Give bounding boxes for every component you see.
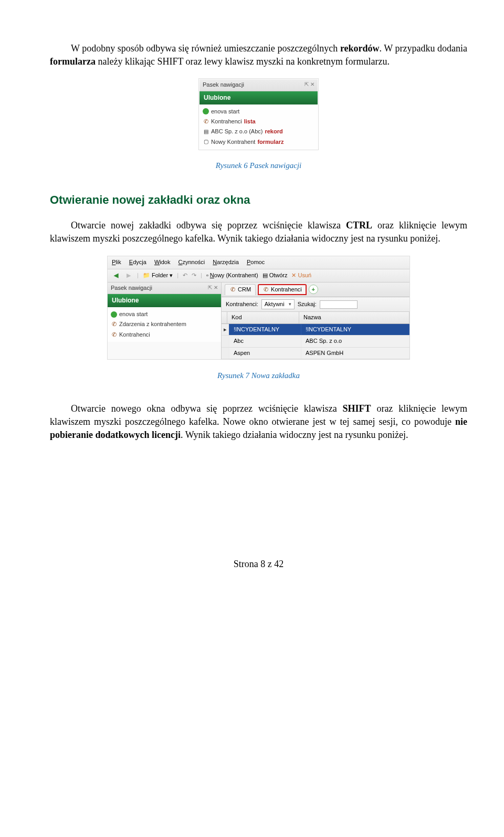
page-footer: Strona 8 z 42 <box>50 558 467 571</box>
nav-item[interactable]: ✆ Zdarzenia z kontrahentem <box>111 319 218 329</box>
nav-item-label: enova start <box>119 310 148 318</box>
cell-nazwa: ASPEN GmbH <box>301 348 410 359</box>
left-favorites-header: Ulubione <box>108 294 221 307</box>
figure-2-caption: Rysunek 7 Nowa zakładka <box>50 370 467 381</box>
paragraph-intro: W podobny sposób odbywa się również umie… <box>50 42 467 68</box>
nav-item[interactable]: ▢ Nowy Kontrahent formularz <box>203 137 314 147</box>
menu-narzedzia[interactable]: Narzędzia <box>213 259 239 265</box>
phone-icon: ✆ <box>111 331 117 339</box>
add-tab-icon[interactable]: + <box>309 285 318 294</box>
tab-bar: ✆ CRM ✆ Kontrahenci + <box>222 283 410 297</box>
cell-kod: Abc <box>229 336 301 347</box>
forward-icon[interactable]: ▶ <box>124 271 133 280</box>
menu-edycja[interactable]: Edycja <box>129 259 146 265</box>
p3a: Otwarcie nowego okna odbywa się poprzez … <box>71 403 343 414</box>
menu-pomoc[interactable]: Pomoc <box>247 259 265 265</box>
figure-1-caption: Rysunek 6 Pasek nawigacji <box>50 160 467 171</box>
open-button[interactable]: ▤ Otwórz <box>262 271 288 279</box>
nav-item[interactable]: ▤ ABC Sp. z o.o (Abc) rekord <box>203 127 314 137</box>
nav-favorites-list: enova start ✆ Kontrahenci lista ▤ ABC Sp… <box>200 104 318 150</box>
search-input[interactable] <box>320 300 358 309</box>
menu-czynnosci[interactable]: Czynności <box>178 259 205 265</box>
row-indicator-icon: ▸ <box>222 324 229 335</box>
col-kod[interactable]: Kod <box>227 312 299 323</box>
left-nav-titlebar: Pasek nawigacji ⇱ ✕ <box>108 283 221 294</box>
pin-icon[interactable]: ⇱ ✕ <box>208 284 218 292</box>
nav-item-suffix: rekord <box>265 128 282 135</box>
tab-crm[interactable]: ✆ CRM <box>225 284 256 295</box>
figure-2-wrap: Plik Edycja Widok Czynności Narzędzia Po… <box>50 256 467 360</box>
nav-item-label: ABC Sp. z o.o (Abc) <box>211 128 262 135</box>
p1c: . W przypadku dodania <box>380 43 467 54</box>
nav-item-label: enova start <box>211 108 239 116</box>
left-nav-title: Pasek nawigacji <box>111 284 152 292</box>
filter-label: Kontrahenci: <box>226 300 258 308</box>
nav-item[interactable]: ✆ Kontrahenci <box>111 330 218 340</box>
row-indicator-icon: ▸ <box>222 336 229 347</box>
nav-item[interactable]: ✆ Kontrahenci lista <box>203 117 314 127</box>
tab-kontrahenci[interactable]: ✆ Kontrahenci <box>258 284 307 295</box>
cell-kod: Aspen <box>229 348 301 359</box>
nav-item-label: Kontrahenci <box>211 118 242 125</box>
p1a: W podobny sposób odbywa się również umie… <box>71 43 340 54</box>
table-row[interactable]: ▸ Aspen ASPEN GmbH <box>222 348 410 359</box>
p1d: formularza <box>50 56 96 67</box>
nav-item-label: Zdarzenia z kontrahentem <box>119 320 186 328</box>
nav-item[interactable]: enova start <box>111 309 218 319</box>
table-row[interactable]: ▸ Abc ABC Sp. z o.o <box>222 336 410 347</box>
table-row[interactable]: ▸ !INCYDENTALNY !INCYDENTALNY <box>222 324 410 336</box>
menu-plik[interactable]: Plik <box>112 259 121 265</box>
cell-nazwa: ABC Sp. z o.o <box>301 336 410 347</box>
nav-panel: Pasek nawigacji ⇱ ✕ Ulubione enova start… <box>199 79 318 150</box>
cell-nazwa: !INCYDENTALNY <box>301 324 410 335</box>
p2b: CTRL <box>346 220 372 231</box>
app-window: Plik Edycja Widok Czynności Narzędzia Po… <box>107 256 410 360</box>
table-header: Kod Nazwa <box>222 312 410 323</box>
filter-dropdown[interactable]: Aktywni <box>261 299 295 309</box>
pin-icon[interactable]: ⇱ ✕ <box>304 81 314 89</box>
phone-icon: ✆ <box>203 118 209 125</box>
back-icon[interactable]: ◀ <box>112 271 120 280</box>
toolbar: ◀ ▶ | 📁 Folder ▾ | ↶ ↷ | ▫ Nowy (Kontrah… <box>108 269 410 283</box>
nav-panel-title: Pasek nawigacji <box>203 81 244 89</box>
undo-icon[interactable]: ↶ <box>183 271 187 279</box>
col-nazwa[interactable]: Nazwa <box>299 312 410 323</box>
nav-favorites-header: Ulubione <box>200 91 318 104</box>
section-heading: Otwieranie nowej zakładki oraz okna <box>50 192 467 208</box>
nav-item-suffix: formularz <box>257 138 284 146</box>
nav-item-label: Nowy Kontrahent <box>211 138 255 146</box>
new-button[interactable]: ▫ Nowy (Kontrahent) <box>206 271 258 279</box>
p3b: SHIFT <box>343 403 371 414</box>
redo-icon[interactable]: ↷ <box>192 271 196 279</box>
doc-icon: ▤ <box>203 128 209 135</box>
phone-icon: ✆ <box>229 286 236 294</box>
enova-icon <box>203 108 209 114</box>
menu-bar: Plik Edycja Widok Czynności Narzędzia Po… <box>108 256 410 269</box>
folder-button[interactable]: 📁 Folder ▾ <box>143 271 173 279</box>
p3e: . Wynik takiego działania widoczny jest … <box>181 430 408 440</box>
enova-icon <box>111 311 117 318</box>
p1e: należy klikając SHIFT oraz lewy klawisz … <box>96 56 390 67</box>
nav-item-label: Kontrahenci <box>119 331 150 339</box>
p1b: rekordów <box>340 43 380 54</box>
p2a: Otwarcie nowej zakładki odbywa się poprz… <box>71 220 346 231</box>
phone-icon: ✆ <box>262 286 269 294</box>
row-indicator-icon: ▸ <box>222 348 229 359</box>
phone-icon: ✆ <box>111 320 117 328</box>
cell-kod: !INCYDENTALNY <box>229 324 301 335</box>
menu-widok[interactable]: Widok <box>154 259 171 265</box>
filter-bar: Kontrahenci: Aktywni Szukaj: <box>222 297 410 312</box>
search-label: Szukaj: <box>298 300 317 308</box>
doc-plain-icon: ▢ <box>203 138 209 145</box>
figure-1-wrap: Pasek nawigacji ⇱ ✕ Ulubione enova start… <box>50 79 467 150</box>
paragraph-shift: Otwarcie nowego okna odbywa się poprzez … <box>50 402 467 442</box>
nav-item-suffix: lista <box>244 118 256 125</box>
delete-button[interactable]: ✕ Usuń <box>291 271 311 279</box>
paragraph-ctrl: Otwarcie nowej zakładki odbywa się poprz… <box>50 219 467 245</box>
nav-item[interactable]: enova start <box>203 107 314 117</box>
nav-panel-titlebar: Pasek nawigacji ⇱ ✕ <box>200 79 318 91</box>
